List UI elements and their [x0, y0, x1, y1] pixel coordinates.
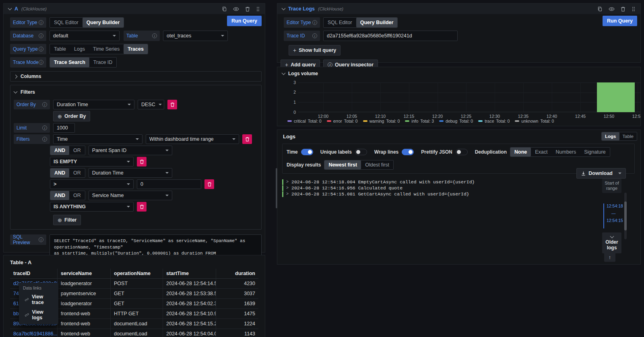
expand-log-icon[interactable]: >	[286, 191, 289, 197]
info-icon[interactable]: i	[39, 60, 43, 65]
order-by-direction-select[interactable]: DESC	[138, 100, 164, 109]
info-icon[interactable]: i	[312, 20, 317, 25]
order-by-field-select[interactable]: Duration Time	[53, 100, 134, 109]
delete-icon[interactable]	[245, 6, 250, 12]
legend-item[interactable]: errorTotal: 0	[327, 119, 358, 123]
column-header[interactable]: serviceName	[58, 269, 111, 279]
option-none[interactable]: None	[510, 148, 531, 156]
limit-input[interactable]: 1000	[53, 123, 75, 133]
unique-labels-toggle[interactable]	[355, 149, 367, 155]
legend-item[interactable]: infoTotal: 3	[405, 119, 434, 123]
section-scrollbar[interactable]	[276, 168, 277, 208]
legend-item[interactable]: unknownTotal: 0	[515, 119, 554, 123]
condition-value-input[interactable]: 0	[137, 179, 201, 189]
option-and[interactable]: AND	[50, 146, 69, 155]
condition-field-select[interactable]: Parent Span ID	[89, 146, 172, 155]
collapse-icon[interactable]	[282, 6, 286, 10]
expand-log-icon[interactable]: >	[286, 179, 289, 185]
view-logs-menu-item[interactable]: View logs	[19, 307, 58, 323]
trace-id-input[interactable]: d2a7155ef6a928a05680e5ff6190241d	[323, 31, 458, 41]
option-oldest-first[interactable]: Oldest first	[361, 160, 393, 169]
condition-operator-select[interactable]: IS EMPTY	[50, 157, 134, 166]
expand-log-icon[interactable]: >	[286, 185, 289, 191]
option-sql-editor[interactable]: SQL Editor	[324, 18, 356, 27]
option-or[interactable]: OR	[69, 168, 85, 177]
legend-item[interactable]: warningTotal: 0	[363, 119, 400, 123]
log-time-range[interactable]: 12:54:18 — 12:54:15	[603, 203, 622, 228]
option-or[interactable]: OR	[69, 146, 85, 155]
database-select[interactable]: default	[50, 31, 120, 41]
option-query-builder[interactable]: Query Builder	[83, 18, 124, 27]
info-icon[interactable]: i	[152, 33, 157, 38]
show-full-query-button[interactable]: +Show full query	[289, 45, 341, 55]
option-query-builder[interactable]: Query Builder	[356, 18, 398, 27]
remove-filter-button[interactable]	[242, 134, 252, 144]
older-logs-button[interactable]: Older logs	[602, 232, 621, 253]
option-and[interactable]: AND	[50, 168, 69, 177]
info-icon[interactable]: i	[42, 102, 47, 107]
duplicate-icon[interactable]	[222, 6, 227, 12]
delete-icon[interactable]	[621, 6, 625, 12]
drag-handle-icon[interactable]	[256, 6, 260, 12]
column-header[interactable]: duration	[216, 269, 258, 279]
logs-volume-toggle[interactable]: Logs volume	[277, 67, 640, 76]
option-signature[interactable]: Signature	[580, 148, 610, 156]
remove-condition-button[interactable]	[137, 157, 147, 166]
table-select[interactable]: otel_traces	[163, 31, 228, 41]
info-icon[interactable]: i	[39, 33, 43, 38]
duplicate-icon[interactable]	[597, 6, 603, 12]
condition-operator-select[interactable]: >	[50, 179, 134, 189]
info-icon[interactable]: i	[42, 137, 47, 142]
column-header[interactable]: operationName	[111, 269, 163, 279]
condition-operator-select[interactable]: IS ANYTHING	[50, 202, 134, 212]
logs-volume-chart[interactable]	[298, 82, 640, 112]
tab-logs[interactable]: Logs	[602, 132, 619, 140]
visibility-icon[interactable]	[233, 6, 239, 12]
panel-a-header[interactable]: A (ClickHouse)	[4, 4, 265, 14]
view-trace-menu-item[interactable]: View trace	[19, 292, 58, 307]
prettify-json-toggle[interactable]	[456, 149, 468, 155]
option-logs[interactable]: Logs	[70, 44, 89, 54]
filter-field-select[interactable]: Time	[53, 134, 142, 144]
trace-id-link[interactable]: 8ca7bcf61941886...	[10, 329, 58, 337]
tab-table[interactable]: Table	[619, 132, 637, 140]
legend-item[interactable]: criticalTotal: 0	[287, 119, 322, 123]
info-icon[interactable]: i	[39, 237, 43, 242]
condition-field-select[interactable]: Duration Time	[89, 168, 172, 178]
scroll-to-top-button[interactable]: ↑	[604, 252, 615, 262]
log-row[interactable]: > 2024-06-28 12:54:18.004 EmptyCartAsync…	[282, 179, 475, 185]
scrollbar-thumb[interactable]	[624, 201, 627, 230]
legend-item[interactable]: debugTotal: 0	[439, 119, 473, 123]
log-row[interactable]: > 2024-06-28 12:54:15.081 GetCartAsync c…	[282, 191, 475, 197]
panel-header[interactable]: Trace Logs (ClickHouse)	[277, 4, 640, 14]
add-filter-button[interactable]: ⊕Filter	[53, 215, 81, 225]
log-row[interactable]: > 2024-06-28 12:54:16.956 Calculated quo…	[282, 185, 475, 191]
remove-condition-button[interactable]	[137, 202, 147, 212]
column-header[interactable]: startTime	[163, 269, 216, 279]
option-traces[interactable]: Traces	[124, 44, 148, 54]
time-toggle[interactable]	[301, 149, 313, 155]
legend-item[interactable]: traceTotal: 0	[478, 119, 510, 123]
columns-section-toggle[interactable]: Columns	[10, 71, 262, 82]
option-newest-first[interactable]: Newest first	[324, 160, 361, 169]
option-sql-editor[interactable]: SQL Editor	[50, 18, 83, 27]
info-icon[interactable]: i	[42, 125, 47, 130]
drag-handle-icon[interactable]	[632, 6, 636, 12]
remove-condition-button[interactable]	[204, 179, 214, 189]
option-numbers[interactable]: Numbers	[552, 148, 580, 156]
column-header[interactable]: traceID	[10, 269, 58, 279]
logs-scrollbar[interactable]	[624, 193, 627, 239]
collapse-icon[interactable]	[8, 6, 12, 10]
option-time-series[interactable]: Time Series	[89, 44, 124, 54]
info-logs-bar[interactable]	[597, 82, 635, 112]
condition-field-select[interactable]: Service Name	[89, 191, 172, 200]
wrap-lines-toggle[interactable]	[402, 149, 414, 155]
option-exact[interactable]: Exact	[531, 148, 551, 156]
add-order-by-button[interactable]: ⊕Order By	[53, 111, 90, 121]
info-icon[interactable]: i	[39, 20, 43, 25]
info-icon[interactable]: i	[312, 33, 317, 38]
option-and[interactable]: AND	[50, 191, 69, 200]
option-trace-id[interactable]: Trace ID	[89, 58, 116, 67]
option-trace-search[interactable]: Trace Search	[50, 58, 89, 67]
download-button[interactable]: Download	[576, 168, 626, 179]
